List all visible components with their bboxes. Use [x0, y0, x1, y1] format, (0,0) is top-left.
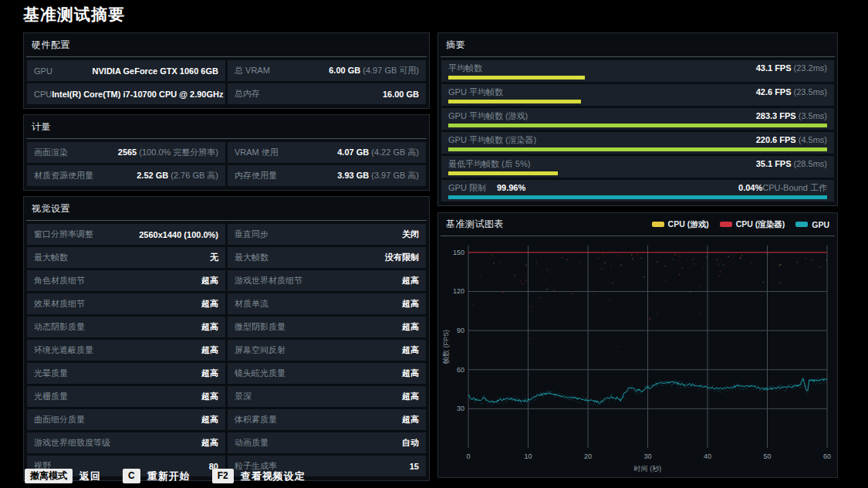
- hardware-row-label: CPU: [34, 90, 52, 99]
- visual-setting-row-value: 超高: [402, 414, 419, 425]
- chart-ylabel: 帧数 (FPS): [442, 330, 450, 364]
- gpu-fuzz-dot: [691, 386, 691, 387]
- visual-setting-row-cell: 光晕质量超高: [27, 363, 225, 384]
- gpu-fuzz-dot: [775, 391, 776, 391]
- metric-row-extra: (4.22 GB 高): [369, 147, 419, 157]
- cpu-scatter-dot: [679, 274, 681, 276]
- footer-key-badge[interactable]: F2: [212, 469, 234, 483]
- cpu-scatter-dot: [728, 256, 729, 257]
- visual-setting-row-label: 最大帧数: [34, 252, 68, 263]
- page-title: 基准测试摘要: [23, 4, 125, 25]
- gpu-fuzz-dot: [579, 402, 580, 402]
- gpu-fuzz-dot: [746, 388, 747, 388]
- gpu-fuzz-dot: [647, 385, 647, 386]
- gpu-fuzz-dot: [768, 387, 768, 388]
- footer-keybind[interactable]: F2查看视频设定: [212, 469, 306, 483]
- legend-item: CPU (渲染器): [720, 219, 785, 230]
- cpu-scatter-dot: [491, 254, 493, 256]
- visual-setting-row-value: 超高: [201, 275, 218, 286]
- gpu-fuzz-dot: [672, 385, 673, 385]
- metric-row-cell: 画面渲染2565 (100.0% 完整分辨率): [27, 142, 225, 163]
- footer-key-label: 查看视频设定: [241, 469, 306, 483]
- metrics-rows: 画面渲染2565 (100.0% 完整分辨率)VRAM 使用4.07 GB (4…: [26, 142, 427, 186]
- cpu-scatter-dot: [598, 258, 599, 259]
- gpu-fuzz-dot: [731, 386, 732, 387]
- gpu-fuzz-dot: [747, 389, 748, 390]
- gpu-fuzz-dot: [707, 389, 708, 390]
- gpu-fuzz-dot: [552, 391, 553, 392]
- cpu-scatter-dot: [643, 276, 645, 278]
- gpu-fuzz-dot: [520, 403, 521, 404]
- gpu-fuzz-dot: [525, 398, 526, 399]
- cpu-scatter-dot: [503, 292, 505, 293]
- hardware-row-value: 6.00 GB (4.97 GB 可用): [329, 65, 419, 76]
- visual-setting-row-cell: 景深超高: [228, 386, 426, 407]
- cpu-scatter-dot: [546, 269, 548, 271]
- cpu-scatter-dot: [522, 283, 524, 285]
- summary-row-bar-fill: [448, 124, 827, 127]
- visual-setting-row-label: 角色材质细节: [34, 275, 85, 286]
- gpu-fuzz-dot: [536, 393, 537, 394]
- gpu-fuzz-dot: [649, 386, 650, 387]
- metric-row-value: 2.52 GB (2.76 GB 高): [137, 170, 218, 181]
- summary-row-label: 最低平均帧数 (后 5%): [448, 158, 530, 169]
- content-columns: 硬件配置 GPUNVIDIA GeForce GTX 1060 6GB总 VRA…: [23, 32, 838, 481]
- hardware-row-cell: GPUNVIDIA GeForce GTX 1060 6GB: [27, 60, 225, 81]
- gpu-fuzz-dot: [535, 398, 536, 399]
- gpu-fuzz-dot: [637, 393, 638, 394]
- footer-keybind[interactable]: C重新开始: [123, 469, 191, 483]
- gpu-fuzz-dot: [717, 391, 718, 391]
- visual-setting-row-cell: 垂直同步关闭: [228, 224, 426, 245]
- gpu-fuzz-dot: [688, 387, 689, 388]
- visual-setting-row-value: 超高: [402, 298, 419, 310]
- visual-setting-row-value: 自动: [402, 437, 419, 449]
- footer-keybind[interactable]: 撤离模式返回: [25, 469, 101, 483]
- cpu-scatter-dot: [612, 283, 613, 284]
- gpu-fuzz-dot: [634, 388, 635, 388]
- gpu-fuzz-dot: [680, 387, 681, 388]
- cpu-scatter-dot: [587, 271, 589, 273]
- cpu-scatter-dot: [593, 293, 595, 294]
- visual-setting-row-label: 镜头眩光质量: [235, 368, 285, 379]
- cpu-scatter-dot: [603, 254, 604, 256]
- visual-setting-row-cell: 动态阴影质量超高: [27, 317, 225, 337]
- cpu-scatter-dot: [706, 257, 708, 259]
- visual-setting-row-label: 窗口分辨率调整: [34, 229, 93, 240]
- gpu-fuzz-dot: [594, 404, 595, 405]
- summary-row: 最低平均帧数 (后 5%)35.1 FPS (28.5ms): [441, 156, 834, 178]
- gpu-fuzz-dot: [590, 404, 591, 405]
- hardware-row-cell: CPUIntel(R) Core(TM) i7-10700 CPU @ 2.90…: [27, 83, 225, 104]
- visual-setting-row-value: 2560x1440 (100.0%): [139, 230, 218, 239]
- cpu-scatter-dot: [640, 258, 642, 259]
- cpu-scatter-dot: [493, 263, 495, 264]
- cpu-scatter-dot: [678, 260, 680, 262]
- summary-row-bar-fill: [448, 100, 581, 103]
- visual-setting-row-label: 屏幕空间反射: [235, 344, 285, 356]
- gpu-fuzz-dot: [721, 391, 721, 392]
- footer-keybind-bar: 撤离模式返回C重新开始F2查看视频设定: [25, 469, 306, 483]
- gpu-fuzz-dot: [651, 385, 652, 386]
- summary-row-text: 平均帧数43.1 FPS (23.2ms): [448, 63, 827, 73]
- metric-row-cell: 材质资源使用量2.52 GB (2.76 GB 高): [27, 165, 225, 186]
- gpu-fuzz-dot: [735, 389, 736, 390]
- gpu-fuzz-dot: [779, 385, 780, 385]
- gpu-fuzz-dot: [553, 393, 554, 394]
- visual-setting-row-value: 超高: [201, 368, 218, 379]
- cpu-scatter-dot: [699, 312, 701, 313]
- gpu-fuzz-dot: [775, 389, 775, 390]
- footer-key-badge[interactable]: 撤离模式: [25, 469, 73, 483]
- cpu-scatter-dot: [751, 263, 752, 265]
- gpu-fuzz-dot: [470, 398, 471, 399]
- chart-ytick: 60: [457, 366, 464, 374]
- gpu-fuzz-dot: [755, 389, 756, 390]
- gpu-fuzz-dot: [792, 388, 793, 388]
- gpu-fuzz-dot: [518, 398, 519, 398]
- summary-row-text: GPU 平均帧数 (渲染器)220.6 FPS (4.5ms): [448, 134, 827, 145]
- cpu-scatter-dot: [806, 258, 807, 259]
- gpu-fuzz-dot: [809, 384, 810, 385]
- footer-key-badge[interactable]: C: [123, 469, 140, 483]
- visual-setting-row-label: 体积雾质量: [235, 414, 277, 425]
- gpu-fuzz-dot: [573, 400, 574, 401]
- visual-settings-panel-title: 视觉设置: [26, 197, 427, 221]
- gpu-fuzz-dot: [555, 397, 556, 398]
